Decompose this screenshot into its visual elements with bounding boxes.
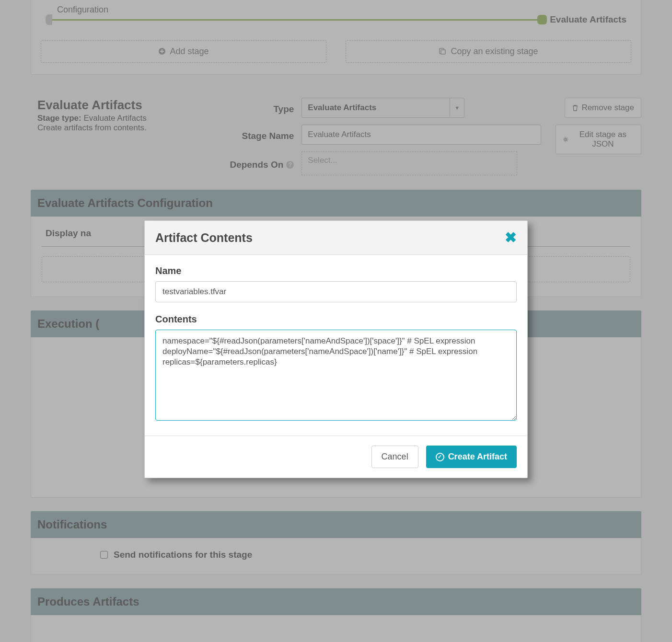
cancel-button[interactable]: Cancel <box>371 446 418 468</box>
create-artifact-button[interactable]: ✓ Create Artifact <box>426 446 517 468</box>
contents-field-label: Contents <box>155 314 517 325</box>
close-icon[interactable]: ✖ <box>505 230 517 245</box>
name-field-label: Name <box>155 265 517 276</box>
modal-overlay: Artifact Contents ✖ Name Contents Cancel… <box>0 0 672 642</box>
create-artifact-label: Create Artifact <box>448 452 507 462</box>
artifact-name-input[interactable] <box>155 281 517 302</box>
check-circle-icon: ✓ <box>436 453 444 461</box>
artifact-contents-textarea[interactable] <box>155 330 517 421</box>
modal-title: Artifact Contents <box>155 231 253 245</box>
artifact-contents-modal: Artifact Contents ✖ Name Contents Cancel… <box>144 220 528 478</box>
